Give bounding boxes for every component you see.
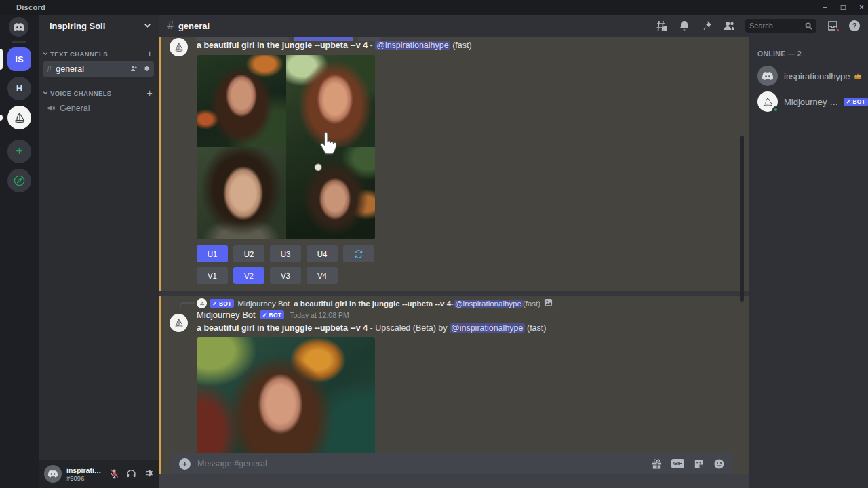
server-h[interactable]: H <box>7 77 31 100</box>
prompt-bold: a beautiful girl in the junggle --upbeta… <box>197 41 368 50</box>
variation-1-button[interactable]: V1 <box>197 267 228 284</box>
channel-header: # general ? <box>159 15 868 37</box>
voice-channel-general[interactable]: General <box>43 100 154 116</box>
emoji-picker-button[interactable] <box>713 458 725 470</box>
gift-button[interactable] <box>651 458 663 470</box>
mention-inspirationalhype[interactable]: @inspirationalhype <box>454 300 523 308</box>
member-midjourney-bot[interactable]: Midjourney Bot ✓ BOT <box>757 92 868 112</box>
create-invite-icon[interactable] <box>130 65 138 73</box>
gift-icon <box>651 458 663 470</box>
generated-image-grid[interactable] <box>197 55 375 239</box>
explore-servers-button[interactable] <box>7 169 31 192</box>
gif-icon: GIF <box>671 459 684 468</box>
upscale-3-button[interactable]: U3 <box>270 245 301 262</box>
threads-icon <box>656 20 668 32</box>
message-divider <box>159 291 749 296</box>
chevron-down-icon <box>43 50 48 58</box>
add-server-button[interactable]: + <box>7 140 31 163</box>
member-name: inspirationalhype <box>784 71 850 81</box>
channel-general[interactable]: # general <box>43 61 154 77</box>
discord-home-button[interactable] <box>9 17 28 37</box>
image-attachment-icon <box>544 298 553 308</box>
grid-image-3[interactable] <box>197 147 286 239</box>
username: inspirationalhype <box>66 466 104 474</box>
sticker-picker-button[interactable] <box>693 458 705 470</box>
sailboat-icon <box>762 96 774 108</box>
grid-image-4[interactable] <box>286 147 376 239</box>
channel-name: general <box>56 64 84 74</box>
member-list-toggle-button[interactable] <box>723 20 735 32</box>
threads-button[interactable] <box>656 20 668 32</box>
rail-divider <box>12 41 26 43</box>
add-text-channel-button[interactable]: + <box>146 48 153 59</box>
inbox-button[interactable] <box>827 20 839 32</box>
midjourney-bot-avatar[interactable] <box>170 38 188 56</box>
server-name: Inspiring Soli <box>50 21 105 31</box>
reply-context[interactable]: ✓ BOT Midjourney Bot a beautiful girl in… <box>197 298 741 308</box>
upscale-2-button[interactable]: U2 <box>233 245 264 262</box>
bot-badge: ✓ BOT <box>844 98 868 106</box>
mention-inspirationalhype[interactable]: @inspirationalhype <box>375 41 450 50</box>
midjourney-bot-avatar[interactable] <box>170 314 188 332</box>
grid-image-2[interactable] <box>286 55 376 147</box>
server-inspiring-soli[interactable]: IS <box>7 47 31 71</box>
user-avatar[interactable] <box>44 465 62 483</box>
close-button[interactable]: × <box>859 0 864 15</box>
message-list[interactable]: a beautiful girl in the junggle --upbeta… <box>159 37 749 488</box>
message-author[interactable]: Midjourney Bot <box>197 310 256 320</box>
help-button[interactable]: ? <box>849 20 860 31</box>
message-midjourney-upscaled: ✓ BOT Midjourney Bot a beautiful girl in… <box>159 296 749 474</box>
grid-image-1[interactable] <box>197 55 286 147</box>
text-channels-section[interactable]: TEXT CHANNELS + <box>39 48 159 59</box>
search-box[interactable] <box>745 19 816 33</box>
mention-inspirationalhype[interactable]: @inspirationalhype <box>450 323 525 333</box>
voice-channels-label: VOICE CHANNELS <box>50 89 112 97</box>
bell-icon <box>678 20 690 32</box>
compass-icon <box>13 174 26 187</box>
chevron-down-icon <box>43 89 48 97</box>
add-voice-channel-button[interactable]: + <box>146 87 153 98</box>
member-name: Midjourney Bot <box>784 97 840 107</box>
message-composer[interactable]: + GIF <box>171 453 733 474</box>
attach-file-button[interactable]: + <box>179 458 191 470</box>
message-input[interactable] <box>197 459 644 468</box>
variation-4-button[interactable]: V4 <box>307 267 338 284</box>
server-midjourney[interactable] <box>7 106 31 129</box>
server-name-header[interactable]: Inspiring Soli <box>39 15 159 37</box>
sailboat-icon <box>173 317 185 329</box>
pin-icon <box>701 20 713 32</box>
user-area: inspirationalhype #5096 <box>39 460 159 488</box>
upscale-4-button[interactable]: U4 <box>307 245 338 262</box>
speaker-icon <box>47 104 56 113</box>
variation-3-button[interactable]: V3 <box>270 267 301 284</box>
gif-picker-button[interactable]: GIF <box>671 459 684 468</box>
member-inspirationalhype[interactable]: inspirationalhype <box>757 66 868 86</box>
online-section-label: ONLINE — 2 <box>757 49 868 58</box>
upscaled-image[interactable] <box>197 337 375 453</box>
gear-icon <box>143 468 153 479</box>
user-settings-button[interactable] <box>143 468 154 479</box>
sticker-icon <box>693 458 705 470</box>
reply-author[interactable]: Midjourney Bot <box>237 300 290 308</box>
notification-settings-button[interactable] <box>678 20 690 32</box>
member-list: ONLINE — 2 inspirationalhype Midj <box>749 37 868 488</box>
reply-prompt: a beautiful girl in the junggle --upbeta… <box>294 300 451 308</box>
maximize-button[interactable]: □ <box>841 0 846 15</box>
minimize-button[interactable]: − <box>823 0 827 15</box>
chevron-down-icon <box>144 21 151 31</box>
reroll-button[interactable] <box>343 245 374 262</box>
upscale-1-button[interactable]: U1 <box>197 245 228 262</box>
sailboat-icon <box>12 110 27 125</box>
message-midjourney-grid: a beautiful girl in the junggle --upbeta… <box>159 37 749 291</box>
mute-microphone-button[interactable] <box>109 468 120 479</box>
channel-title: general <box>178 21 210 31</box>
prompt-bold: a beautiful girl in the junggle --upbeta… <box>197 323 368 333</box>
microphone-muted-icon <box>109 468 119 479</box>
variation-2-button[interactable]: V2 <box>233 267 264 284</box>
deafen-button[interactable] <box>126 468 137 479</box>
voice-channels-section[interactable]: VOICE CHANNELS + <box>39 87 159 98</box>
pinned-messages-button[interactable] <box>701 20 713 32</box>
channel-settings-gear-icon[interactable] <box>142 65 150 73</box>
search-input[interactable] <box>749 22 805 30</box>
chat-scrollbar-thumb[interactable] <box>740 136 744 302</box>
